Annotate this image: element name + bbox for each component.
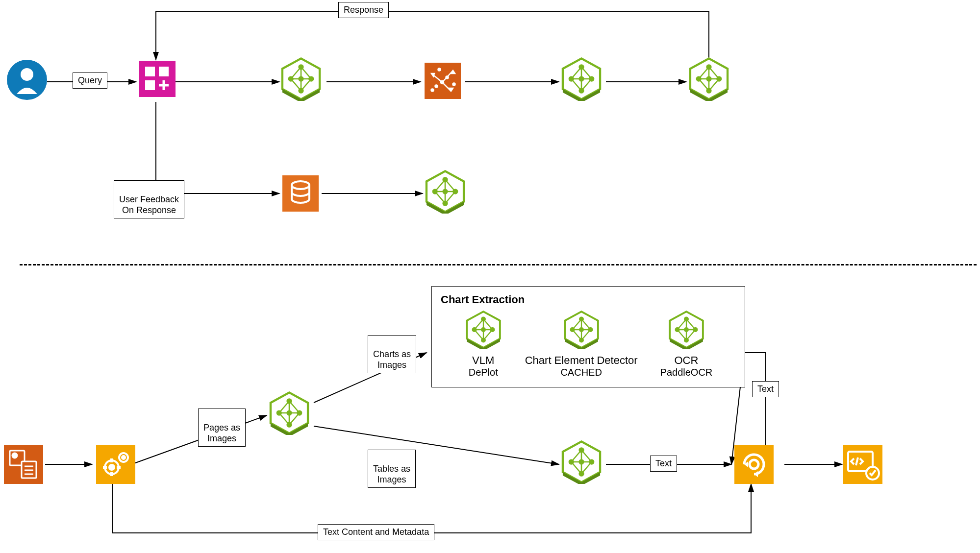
svg-point-153 [676,328,679,332]
svg-point-57 [569,77,574,81]
text-content-metadata-label: Text Content and Metadata [318,524,434,540]
charts-as-images-label: Charts as Images [368,335,416,373]
nim-hex-1 [279,57,323,103]
svg-point-88 [443,190,448,194]
svg-point-33 [299,89,303,93]
app-icon [139,61,176,99]
svg-point-167 [589,460,594,464]
response-label: Response [338,2,389,18]
svg-point-44 [446,76,449,79]
svg-rect-170 [734,445,774,484]
svg-point-58 [589,77,594,81]
svg-point-34 [299,77,303,81]
svg-point-139 [579,317,583,321]
svg-point-71 [717,77,721,81]
svg-point-15 [21,68,33,81]
user-icon [7,60,47,102]
svg-point-72 [707,89,711,93]
nim-hex-objdet [268,391,311,437]
pages-as-images-label: Pages as Images [198,409,246,447]
svg-point-126 [481,317,485,321]
svg-rect-16 [139,61,176,97]
svg-line-9 [314,426,559,464]
svg-point-46 [431,89,434,92]
chart-item-ocr: OCR PaddleOCR [660,310,713,378]
svg-point-56 [579,65,584,69]
svg-point-86 [453,190,457,194]
query-label: Query [73,72,107,89]
svg-point-73 [707,77,711,81]
database-icon [282,175,319,214]
chart-item-detector: Chart Element Detector CACHED [525,310,638,378]
gears-icon [96,445,135,486]
svg-point-85 [433,190,437,194]
svg-point-152 [684,317,688,321]
svg-point-70 [697,77,701,81]
svg-point-47 [453,83,455,86]
postprocess-gear-icon [734,445,774,486]
svg-point-141 [588,328,592,332]
svg-rect-104 [117,466,121,469]
svg-rect-96 [96,445,135,484]
svg-point-154 [694,328,698,332]
chart-extraction-box: Chart Extraction VLM DePlot [431,286,745,387]
svg-point-156 [684,328,688,332]
svg-point-100 [122,456,125,459]
documents-icon [4,445,43,486]
svg-point-32 [309,77,313,81]
svg-point-115 [297,411,302,415]
svg-rect-19 [145,80,155,90]
code-check-icon [843,445,882,486]
svg-point-91 [12,453,17,458]
svg-point-127 [472,328,476,332]
svg-point-128 [490,328,494,332]
svg-point-30 [299,65,303,69]
svg-point-69 [707,65,711,69]
text-label-1: Text [752,381,779,397]
nim-hex-3 [687,57,730,103]
svg-point-87 [443,201,448,206]
user-feedback-label: User Feedback On Response [114,180,184,218]
svg-point-155 [684,338,688,342]
section-divider [20,264,977,265]
svg-point-60 [579,77,584,81]
svg-point-143 [579,328,583,332]
svg-point-168 [579,472,584,476]
svg-point-140 [570,328,574,332]
svg-point-113 [287,399,292,403]
svg-point-43 [435,85,438,88]
svg-rect-17 [145,67,155,76]
vector-store-icon [425,63,461,101]
svg-rect-18 [159,67,169,76]
text-label-2: Text [650,456,677,472]
svg-point-84 [443,177,448,182]
svg-point-75 [292,181,309,189]
svg-rect-103 [103,466,107,469]
nim-hex-retrain [424,169,467,216]
svg-point-130 [481,328,485,332]
svg-point-116 [287,423,292,427]
svg-point-98 [109,465,114,470]
svg-point-42 [441,81,444,84]
svg-point-166 [569,460,574,464]
svg-point-142 [579,338,583,342]
svg-point-169 [579,460,584,464]
svg-point-129 [481,338,485,342]
svg-rect-102 [110,472,113,476]
svg-point-31 [289,77,293,81]
svg-point-165 [579,448,584,452]
nim-hex-2 [560,57,603,103]
svg-point-114 [277,411,281,415]
svg-rect-101 [110,458,113,462]
chart-item-vlm: VLM DePlot [464,310,503,378]
svg-point-45 [438,69,441,71]
svg-point-117 [287,411,292,415]
svg-point-59 [579,89,584,93]
tables-as-images-label: Tables as Images [368,450,416,488]
nim-hex-table [560,440,603,486]
chart-extraction-title: Chart Extraction [441,293,736,306]
